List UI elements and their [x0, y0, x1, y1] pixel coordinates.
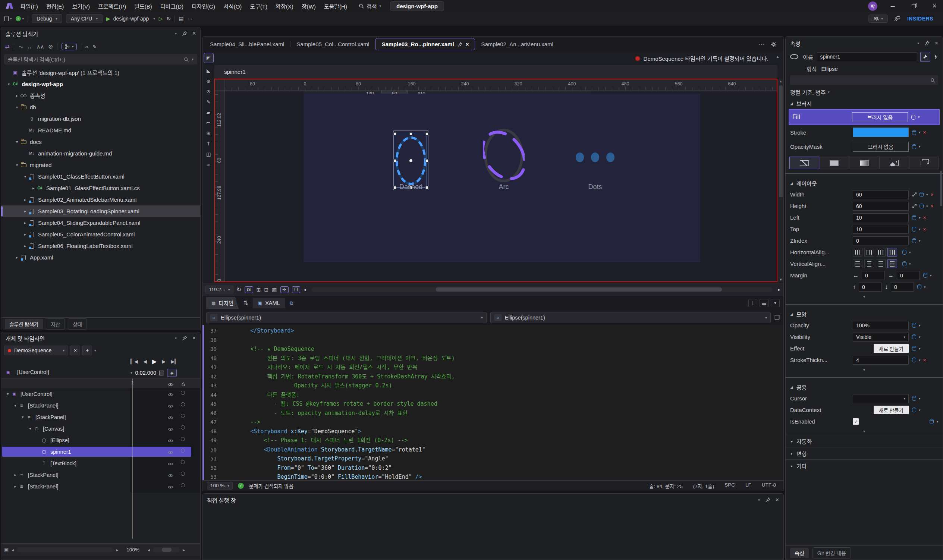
- resize-handle[interactable]: [425, 132, 428, 135]
- configuration-dropdown[interactable]: Debug▾: [32, 14, 62, 23]
- layout-section-header[interactable]: ◢레이아웃: [786, 177, 943, 189]
- code-line[interactable]: 50 <DoubleAnimation Storyboard.TargetNam…: [203, 445, 783, 454]
- events-button[interactable]: [933, 53, 938, 60]
- code-line[interactable]: 40 원본 의도: 3종 로딩 스피너 (대시 원형, 그라데이션 아크, 바운…: [203, 354, 783, 363]
- close-panel-icon[interactable]: ×: [192, 30, 196, 37]
- menu-item-5[interactable]: 디버그(D): [156, 0, 188, 12]
- expander-icon[interactable]: ▾: [14, 105, 20, 109]
- chevron-down-icon[interactable]: ▾: [758, 498, 760, 502]
- live-share-button[interactable]: ▾: [868, 15, 888, 23]
- design-hscrollbar[interactable]: [312, 287, 772, 292]
- opacitymask-value-button[interactable]: 브러시 없음: [853, 142, 909, 152]
- timeline-item-4[interactable]: ◯[Ellipse]: [1, 434, 200, 446]
- vertical-split-button[interactable]: ❘: [748, 299, 757, 307]
- resource-cylinder-icon[interactable]: [912, 144, 916, 149]
- collapsed-section-0[interactable]: ▸자동화: [786, 435, 943, 447]
- timeline-item-0[interactable]: ▾▣[UserControl]: [1, 388, 200, 400]
- chevron-down-icon[interactable]: ▾: [175, 32, 177, 35]
- arc-spinner[interactable]: [483, 128, 525, 183]
- timeline-item-2[interactable]: ▾≣[StackPanel]: [1, 411, 200, 423]
- margin-right-input[interactable]: 0: [897, 271, 920, 280]
- text-tool-icon[interactable]: T: [207, 141, 210, 146]
- brush-tool-icon[interactable]: ▰: [206, 109, 210, 115]
- visibility-dropdown[interactable]: Visible▾: [853, 332, 909, 342]
- device-target-icon[interactable]: ▤: [178, 15, 183, 22]
- scroll-up-icon[interactable]: ▲: [775, 54, 780, 59]
- scroll-right-icon[interactable]: ▸: [778, 287, 780, 292]
- left-input[interactable]: 10: [853, 213, 909, 222]
- playhead-time[interactable]: 0:02.000: [135, 370, 156, 376]
- pan-tool-icon[interactable]: ⊕: [206, 78, 211, 84]
- clear-value-icon[interactable]: ×: [931, 203, 934, 209]
- record-keyframe-button[interactable]: ◈: [167, 369, 177, 377]
- close-button[interactable]: ×: [929, 2, 940, 10]
- expander-icon[interactable]: ▾: [27, 426, 33, 431]
- element-dropdown-right[interactable]: ‹›Ellipse(spinner1)▾: [490, 312, 771, 323]
- menu-item-6[interactable]: 디자인(G): [188, 0, 219, 12]
- element-dropdown-left[interactable]: ‹›Ellipse(spinner1)▾: [206, 312, 487, 323]
- align-top-button[interactable]: [853, 260, 863, 268]
- resource-cylinder-icon[interactable]: [902, 250, 906, 255]
- menu-item-1[interactable]: 편집(E): [42, 0, 68, 12]
- code-line[interactable]: 37 </Storyboard>: [203, 326, 783, 335]
- next-frame-button[interactable]: ▶: [162, 358, 166, 364]
- collapse-all-button[interactable]: ∧∧: [37, 44, 45, 49]
- close-panel-icon[interactable]: ×: [775, 497, 779, 503]
- fill-value-button[interactable]: 브러시 없음: [852, 112, 908, 122]
- layout-tool-icon[interactable]: ◫: [206, 151, 211, 157]
- timeline-ruler[interactable]: 1: [1, 378, 200, 388]
- opacity-input[interactable]: 100%: [853, 321, 909, 330]
- code-line[interactable]: 45 - 웹: CSS @keyframes rotate + border-s…: [203, 399, 783, 409]
- align-right-button[interactable]: [876, 248, 886, 257]
- tab-list-overflow-button[interactable]: ⋯: [759, 41, 765, 48]
- code-line[interactable]: 42 핵심 기법: RotateTransform 360도 + StrokeD…: [203, 372, 783, 382]
- resource-cylinder-icon[interactable]: [912, 238, 916, 243]
- timeline-hscrollbar[interactable]: [17, 547, 113, 552]
- unpin-icon[interactable]: [457, 41, 462, 47]
- solution-tree-item-4[interactable]: {}migration-db.json: [1, 113, 200, 125]
- sync-with-active-document-button[interactable]: ⇄: [5, 43, 10, 50]
- navigate-backward-button[interactable]: ▾: [5, 16, 12, 21]
- design-vscrollbar[interactable]: ▲▼: [778, 78, 783, 282]
- platform-dropdown[interactable]: Any CPU▾: [66, 14, 103, 23]
- solution-tree-item-2[interactable]: ▸종속성: [1, 90, 200, 102]
- show-image-button[interactable]: ▨: [272, 287, 277, 293]
- align-bottom-button[interactable]: [876, 260, 886, 268]
- image-brush-tab[interactable]: [879, 157, 909, 169]
- play-button[interactable]: ▶: [152, 358, 157, 365]
- margin-left-input[interactable]: 0: [862, 271, 885, 280]
- close-storyboard-button[interactable]: ×: [71, 346, 80, 355]
- solution-tree-item-6[interactable]: ▾docs: [1, 136, 200, 148]
- solution-tree-item-9[interactable]: ▾Sample01_GlassEffectButton.xaml: [1, 171, 200, 182]
- pin-icon[interactable]: [182, 31, 187, 36]
- clear-value-icon[interactable]: ×: [931, 192, 934, 198]
- doc-tab-0[interactable]: Sample04_Sli...blePanel.xaml: [204, 38, 290, 50]
- expander-icon[interactable]: ▾: [20, 415, 26, 419]
- menu-item-7[interactable]: 서식(O): [219, 0, 246, 12]
- zindex-input[interactable]: 0: [853, 236, 909, 245]
- resize-mode-icon[interactable]: [912, 192, 917, 197]
- collapsed-section-1[interactable]: ▸변형: [786, 447, 943, 459]
- expand-more-chevron[interactable]: ▾: [786, 293, 943, 300]
- project-badge[interactable]: design-wpf-app: [390, 1, 444, 11]
- menu-item-0[interactable]: 파일(F): [16, 0, 42, 12]
- visibility-eye-icon[interactable]: [168, 449, 173, 455]
- resource-cylinder-icon[interactable]: [917, 285, 921, 289]
- timeline-item-7[interactable]: ▸≣[StackPanel]: [1, 469, 200, 481]
- resource-cylinder-icon[interactable]: [912, 408, 916, 412]
- problems-status[interactable]: 문제가 검색되지 않음: [249, 482, 294, 489]
- refresh-button[interactable]: ↻: [237, 286, 242, 293]
- record-state-icon[interactable]: [181, 425, 185, 429]
- chevron-down-icon[interactable]: ▾: [175, 336, 177, 340]
- expander-icon[interactable]: ▸: [22, 221, 28, 225]
- snap-grid-button[interactable]: ⊡: [265, 287, 269, 293]
- record-state-icon[interactable]: [181, 460, 185, 464]
- grid-tool-icon[interactable]: ⊞: [206, 131, 211, 136]
- visibility-eye-icon[interactable]: [168, 472, 173, 478]
- clear-value-icon[interactable]: ×: [923, 215, 926, 221]
- dock-icon[interactable]: ▣: [4, 547, 9, 552]
- solution-tree-item-7[interactable]: M↓animation-migration-guide.md: [1, 148, 200, 159]
- effects-toggle-button[interactable]: fx: [245, 286, 253, 293]
- snap-to-snaplines-button[interactable]: ✛: [280, 286, 289, 293]
- scroll-left-icon[interactable]: ◂: [303, 287, 306, 292]
